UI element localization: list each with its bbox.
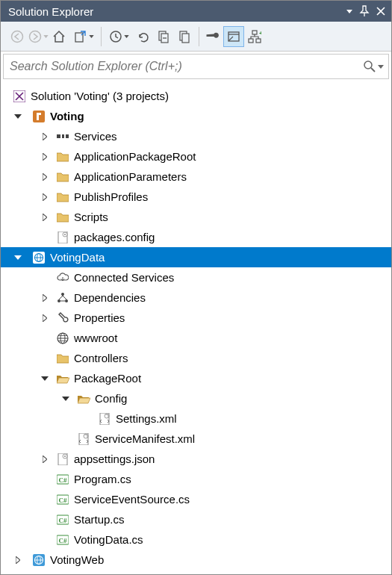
close-button[interactable] xyxy=(373,7,388,16)
tree-label: VotingData.cs xyxy=(74,533,143,546)
expander-icon[interactable] xyxy=(40,172,50,182)
expander-icon[interactable] xyxy=(13,252,23,263)
expander-icon[interactable] xyxy=(60,394,71,404)
tree-label: VotingWeb xyxy=(50,553,104,566)
tree-item-publish-profiles[interactable]: PublishProfiles xyxy=(1,187,391,207)
tree-label: PackageRoot xyxy=(74,372,141,385)
view-class-diagram-button[interactable] xyxy=(244,26,265,47)
pending-changes-button[interactable] xyxy=(105,26,133,47)
expander-icon[interactable] xyxy=(13,111,23,122)
expander-icon[interactable] xyxy=(40,313,50,323)
tree-label: Controllers xyxy=(74,352,128,364)
dependencies-icon xyxy=(56,291,69,305)
separator xyxy=(101,27,102,46)
sync-scope-button[interactable] xyxy=(69,26,98,47)
csharp-file-icon xyxy=(56,513,69,526)
tree-label: Startup.cs xyxy=(74,513,125,526)
tree-item-startup-cs[interactable]: Startup.cs xyxy=(1,509,391,529)
expander-icon[interactable] xyxy=(40,454,50,464)
tree-item-properties[interactable]: Properties xyxy=(1,308,391,328)
csharp-file-icon xyxy=(56,533,69,547)
expander-icon[interactable] xyxy=(13,555,23,565)
tree-item-packages-config[interactable]: packages.config xyxy=(1,227,391,247)
wrench-icon xyxy=(56,311,69,325)
tree-item-config-folder[interactable]: Config xyxy=(1,388,391,408)
home-button[interactable] xyxy=(49,26,69,47)
expander-icon[interactable] xyxy=(40,373,50,384)
tree-item-app-parameters[interactable]: ApplicationParameters xyxy=(1,167,391,187)
folder-open-icon xyxy=(56,372,69,385)
tree-item-controllers[interactable]: Controllers xyxy=(1,348,391,368)
refresh-button[interactable] xyxy=(133,26,154,47)
solution-tree[interactable]: Solution 'Voting' (3 projects) Voting Se… xyxy=(1,81,391,574)
globe-icon xyxy=(56,332,69,345)
tree-label: wwwroot xyxy=(74,332,117,344)
folder-open-icon xyxy=(77,392,90,405)
tree-label: ApplicationParameters xyxy=(74,170,187,183)
tree-item-votingdata-project[interactable]: VotingData xyxy=(1,247,391,267)
expander-icon[interactable] xyxy=(40,293,50,303)
tree-item-voting-project[interactable]: Voting xyxy=(1,106,391,126)
panel-title: Solution Explorer xyxy=(8,5,343,18)
expander-icon[interactable] xyxy=(40,212,50,223)
tree-item-settings-xml[interactable]: Settings.xml xyxy=(1,408,391,429)
folder-icon xyxy=(56,170,69,184)
tree-label: PublishProfiles xyxy=(74,190,148,203)
tree-label: Properties xyxy=(74,311,125,324)
window-dropdown-button[interactable] xyxy=(343,10,355,13)
tree-item-votingweb-project[interactable]: VotingWeb xyxy=(1,550,391,570)
tree-item-services[interactable]: Services xyxy=(1,126,391,146)
tree-item-solution[interactable]: Solution 'Voting' (3 projects) xyxy=(1,86,391,106)
tree-label: Connected Services xyxy=(74,271,174,284)
tree-item-service-manifest[interactable]: ServiceManifest.xml xyxy=(1,429,391,449)
toolbar xyxy=(1,22,391,52)
tree-item-program-cs[interactable]: Program.cs xyxy=(1,469,391,489)
project-icon xyxy=(32,553,46,567)
pin-button[interactable] xyxy=(355,5,373,17)
tree-item-package-root[interactable]: PackageRoot xyxy=(1,368,391,388)
search-box[interactable] xyxy=(3,54,389,79)
cloud-icon xyxy=(56,271,69,285)
project-icon xyxy=(32,251,46,264)
tree-label: ServiceManifest.xml xyxy=(95,432,195,445)
tree-label: ApplicationPackageRoot xyxy=(74,150,196,163)
tree-item-dependencies[interactable]: Dependencies xyxy=(1,288,391,308)
expander-icon[interactable] xyxy=(40,152,50,162)
tree-label: Settings.xml xyxy=(116,412,177,425)
tree-label: Solution 'Voting' (3 projects) xyxy=(31,90,169,102)
tree-label: Services xyxy=(74,130,117,143)
tree-label: Program.cs xyxy=(74,473,131,485)
folder-icon xyxy=(56,190,69,204)
tree-item-wwwroot[interactable]: wwwroot xyxy=(1,328,391,348)
tree-item-service-event-source-cs[interactable]: ServiceEventSource.cs xyxy=(1,489,391,509)
search-input[interactable] xyxy=(8,59,364,74)
properties-button[interactable] xyxy=(202,26,223,47)
csharp-file-icon xyxy=(56,473,69,486)
forward-button[interactable] xyxy=(28,26,49,47)
titlebar: Solution Explorer xyxy=(1,1,391,22)
tree-item-appsettings[interactable]: appsettings.json xyxy=(1,449,391,469)
tree-label: packages.config xyxy=(74,231,155,243)
project-icon xyxy=(32,110,46,123)
tree-item-connected-services[interactable]: Connected Services xyxy=(1,267,391,288)
folder-icon xyxy=(56,211,69,224)
xml-file-icon xyxy=(77,432,90,446)
tree-item-scripts[interactable]: Scripts xyxy=(1,207,391,227)
tree-item-votingdata-cs[interactable]: VotingData.cs xyxy=(1,529,391,550)
csharp-file-icon xyxy=(56,493,69,506)
tree-label: Voting xyxy=(50,110,84,122)
search-icon[interactable] xyxy=(364,60,384,72)
tree-label: Dependencies xyxy=(74,291,146,304)
expander-icon[interactable] xyxy=(40,131,50,142)
json-file-icon xyxy=(56,453,69,466)
preview-selected-button[interactable] xyxy=(223,26,244,47)
collapse-all-button[interactable] xyxy=(154,26,175,47)
tree-label: Scripts xyxy=(74,211,108,223)
show-all-files-button[interactable] xyxy=(175,26,196,47)
tree-label: appsettings.json xyxy=(74,453,155,465)
folder-icon xyxy=(56,352,69,365)
back-button[interactable] xyxy=(7,26,28,47)
tree-label: VotingData xyxy=(50,251,105,264)
tree-item-app-package-root[interactable]: ApplicationPackageRoot xyxy=(1,146,391,167)
expander-icon[interactable] xyxy=(40,192,50,202)
